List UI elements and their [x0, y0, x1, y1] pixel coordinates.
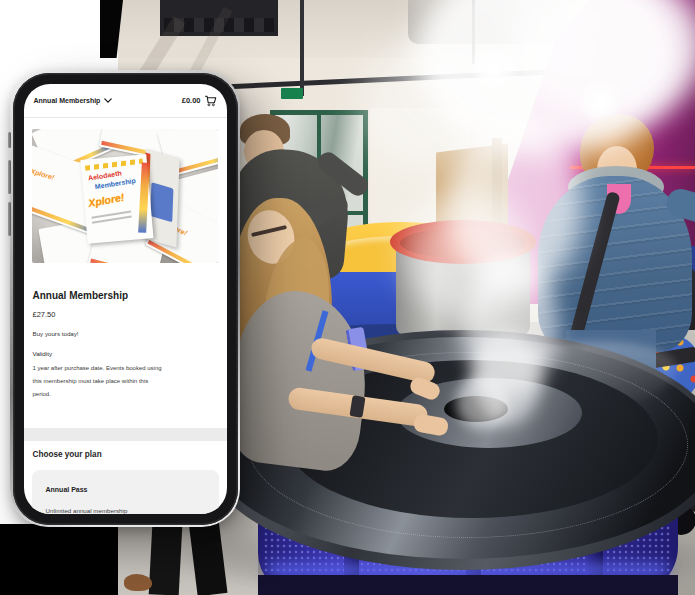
product-image: Xplore! Xplore! Aelodaeth Member	[32, 129, 218, 263]
section-divider-band	[24, 428, 227, 441]
page: Annual Membership £0.00	[0, 0, 695, 595]
validity-line: 1 year after purchase date. Events booke…	[33, 362, 162, 375]
black-decor-shape	[0, 524, 118, 595]
validity-line: period.	[33, 388, 162, 401]
plan-description: Unlimited annual membership	[46, 507, 128, 514]
yellow-dash-strip	[84, 158, 142, 170]
plan-name: Annual Pass	[46, 486, 88, 493]
exit-sign	[281, 88, 303, 99]
validity-line: this membership must take place within t…	[33, 375, 162, 388]
rainbow-stripe	[138, 162, 150, 232]
product-tagline: Buy yours today!	[33, 330, 79, 337]
phone-side-button	[8, 132, 11, 148]
cart-total: £0.00	[182, 96, 201, 105]
product-selector-label: Annual Membership	[34, 97, 101, 104]
phone-body: Annual Membership £0.00	[13, 73, 238, 525]
card-brand-text: Xplore!	[32, 167, 55, 180]
card-brand-text: Xplore!	[87, 190, 125, 208]
cart-icon	[204, 94, 217, 107]
girl-visitor-shoe	[124, 574, 152, 591]
shop-header: Annual Membership £0.00	[24, 84, 227, 117]
product-title: Annual Membership	[33, 290, 129, 301]
phone-volume-button	[8, 202, 11, 236]
plan-option-annual-pass[interactable]: Annual Pass Unlimited annual membership	[32, 470, 219, 514]
card-photo-patch	[150, 182, 173, 222]
validity-text: 1 year after purchase date. Events booke…	[33, 362, 162, 401]
choose-plan-heading: Choose your plan	[33, 450, 102, 459]
validity-label: Validity	[33, 350, 53, 357]
phone-volume-button	[8, 160, 11, 194]
product-price: £27.50	[33, 310, 56, 319]
cart-button[interactable]: £0.00	[182, 94, 217, 107]
vortex-table-bottom-band	[258, 575, 678, 595]
ceiling-pipe	[300, 0, 304, 96]
folded-card-front-face: Aelodaeth Membership Xplore!	[80, 154, 153, 243]
phone-mockup: Annual Membership £0.00	[10, 70, 240, 527]
header-divider	[24, 117, 227, 118]
phone-screen: Annual Membership £0.00	[24, 84, 227, 514]
folded-membership-card: Aelodaeth Membership Xplore!	[84, 151, 188, 247]
chevron-down-icon	[104, 98, 112, 103]
product-selector-dropdown[interactable]: Annual Membership	[34, 97, 113, 104]
